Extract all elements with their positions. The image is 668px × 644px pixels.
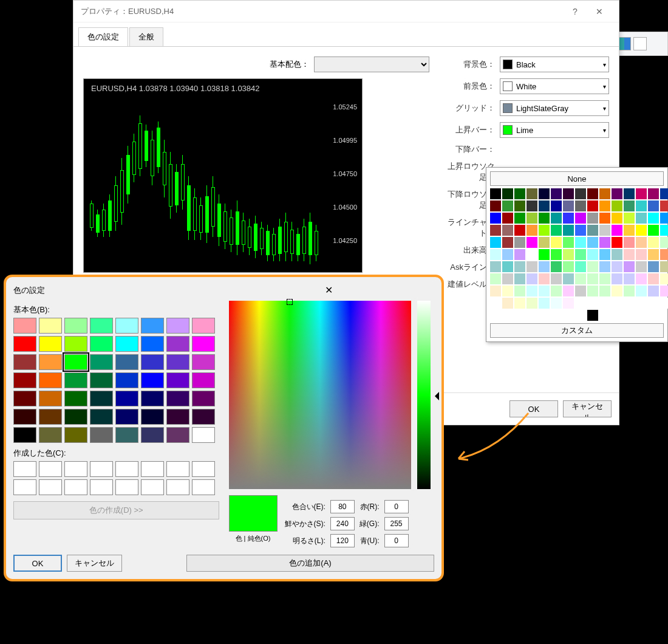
basic-color-swatch[interactable] — [115, 318, 138, 334]
palette-swatch[interactable] — [490, 237, 501, 248]
custom-color-slot[interactable] — [115, 461, 138, 477]
palette-swatch[interactable] — [575, 298, 586, 309]
custom-color-slot[interactable] — [115, 479, 138, 495]
spectrum-marker[interactable] — [287, 299, 293, 305]
luminance-strip[interactable] — [417, 301, 431, 489]
palette-swatch[interactable] — [490, 261, 501, 272]
custom-color-slot[interactable] — [13, 479, 36, 495]
basic-color-swatch[interactable] — [39, 336, 62, 352]
palette-swatch[interactable] — [563, 261, 574, 272]
palette-swatch[interactable] — [502, 237, 513, 248]
basic-color-swatch[interactable] — [166, 372, 189, 388]
palette-swatch[interactable] — [575, 249, 586, 260]
palette-swatch[interactable] — [490, 200, 501, 211]
palette-swatch[interactable] — [612, 261, 622, 272]
custom-color-slot[interactable] — [141, 479, 164, 495]
palette-swatch[interactable] — [490, 249, 501, 260]
cancel-button[interactable]: キャンセル — [563, 400, 612, 417]
palette-swatch[interactable] — [648, 249, 659, 260]
palette-swatch[interactable] — [527, 261, 537, 272]
basic-color-swatch[interactable] — [64, 427, 87, 443]
scheme-select[interactable] — [314, 57, 429, 72]
palette-swatch[interactable] — [539, 298, 550, 309]
palette-swatch[interactable] — [636, 188, 647, 199]
palette-swatch[interactable] — [648, 298, 659, 309]
basic-color-swatch[interactable] — [90, 336, 113, 352]
color-combo[interactable]: White▾ — [500, 78, 609, 94]
basic-color-swatch[interactable] — [13, 409, 36, 425]
palette-swatch[interactable] — [514, 213, 525, 224]
basic-color-swatch[interactable] — [141, 354, 164, 370]
custom-color-slot[interactable] — [166, 461, 189, 477]
custom-color-slot[interactable] — [39, 461, 62, 477]
palette-swatch[interactable] — [563, 188, 574, 199]
palette-swatch[interactable] — [660, 286, 668, 296]
basic-color-swatch[interactable] — [90, 391, 113, 406]
palette-swatch[interactable] — [587, 225, 598, 236]
palette-swatch[interactable] — [660, 261, 668, 272]
palette-swatch[interactable] — [502, 188, 513, 199]
palette-swatch[interactable] — [660, 200, 668, 211]
basic-color-swatch[interactable] — [90, 318, 113, 334]
palette-swatch[interactable] — [636, 225, 647, 236]
palette-swatch[interactable] — [514, 273, 525, 284]
basic-color-swatch[interactable] — [141, 336, 164, 352]
palette-swatch[interactable] — [527, 225, 537, 236]
palette-swatch[interactable] — [563, 200, 574, 211]
palette-swatch[interactable] — [612, 286, 622, 296]
basic-color-swatch[interactable] — [141, 391, 164, 406]
palette-swatch[interactable] — [551, 298, 562, 309]
palette-swatch[interactable] — [648, 286, 659, 296]
palette-swatch[interactable] — [490, 273, 501, 284]
luminance-pointer[interactable] — [431, 392, 439, 400]
palette-swatch[interactable] — [587, 261, 598, 272]
palette-swatch[interactable] — [624, 200, 635, 211]
palette-swatch[interactable] — [575, 310, 586, 321]
basic-color-swatch[interactable] — [13, 354, 36, 370]
basic-color-swatch[interactable] — [64, 354, 87, 370]
none-button[interactable]: None — [490, 171, 664, 186]
ok-button[interactable]: OK — [510, 400, 558, 417]
basic-color-swatch[interactable] — [115, 427, 138, 443]
basic-color-swatch[interactable] — [13, 336, 36, 352]
palette-swatch[interactable] — [660, 273, 668, 284]
basic-color-swatch[interactable] — [13, 391, 36, 406]
custom-color-slot[interactable] — [90, 479, 113, 495]
palette-swatch[interactable] — [587, 249, 598, 260]
basic-color-swatch[interactable] — [192, 372, 215, 388]
basic-color-swatch[interactable] — [141, 318, 164, 334]
palette-swatch[interactable] — [599, 225, 610, 236]
palette-swatch[interactable] — [624, 261, 635, 272]
green-input[interactable] — [384, 517, 409, 530]
palette-swatch[interactable] — [563, 273, 574, 284]
palette-swatch[interactable] — [514, 249, 525, 260]
basic-color-swatch[interactable] — [90, 354, 113, 370]
basic-color-swatch[interactable] — [192, 336, 215, 352]
palette-swatch[interactable] — [575, 261, 586, 272]
custom-color-slot[interactable] — [192, 461, 215, 477]
palette-swatch[interactable] — [636, 261, 647, 272]
palette-swatch[interactable] — [502, 298, 513, 309]
custom-color-slot[interactable] — [64, 479, 87, 495]
palette-swatch[interactable] — [599, 261, 610, 272]
palette-swatch[interactable] — [612, 298, 622, 309]
basic-color-swatch[interactable] — [166, 336, 189, 352]
basic-color-swatch[interactable] — [39, 391, 62, 406]
palette-swatch[interactable] — [490, 286, 501, 296]
palette-swatch[interactable] — [624, 237, 635, 248]
palette-swatch[interactable] — [527, 237, 537, 248]
palette-swatch[interactable] — [539, 261, 550, 272]
palette-swatch[interactable] — [514, 225, 525, 236]
palette-swatch[interactable] — [563, 225, 574, 236]
close-button[interactable]: ✕ — [587, 7, 612, 16]
color-combo[interactable]: LightSlateGray▾ — [500, 100, 609, 116]
palette-swatch[interactable] — [587, 237, 598, 248]
palette-swatch[interactable] — [575, 213, 586, 224]
palette-swatch[interactable] — [660, 188, 668, 199]
basic-color-swatch[interactable] — [64, 336, 87, 352]
palette-swatch[interactable] — [563, 310, 574, 321]
palette-swatch[interactable] — [575, 225, 586, 236]
basic-color-swatch[interactable] — [166, 427, 189, 443]
palette-swatch[interactable] — [502, 200, 513, 211]
palette-swatch[interactable] — [551, 200, 562, 211]
